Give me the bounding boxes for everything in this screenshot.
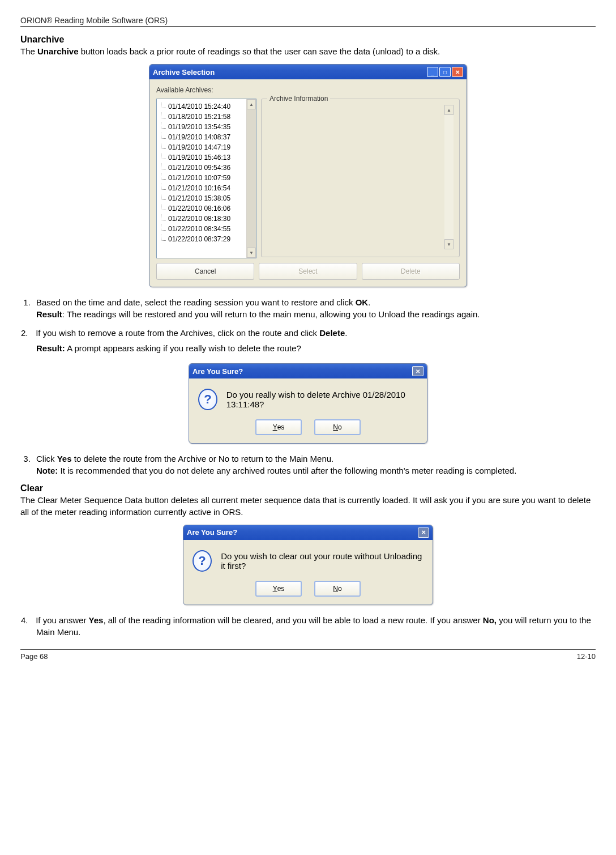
clear-dialog-message: Do you wish to clear out your route with… — [221, 551, 424, 571]
scroll-thumb[interactable] — [247, 109, 256, 248]
step3-bold: Yes — [57, 454, 72, 463]
header-left: ORION® Reading Mobile Software (ORS) — [20, 16, 168, 25]
step2-bold: Delete — [319, 328, 345, 338]
clear-dialog-title: Are You Sure? — [187, 528, 237, 537]
step4-number: 4. — [21, 614, 33, 626]
archive-listbox[interactable]: 01/14/2010 15:24:4001/18/2010 15:21:5801… — [156, 99, 256, 258]
no-button[interactable]: No — [314, 419, 361, 435]
archive-titlebar: Archive Selection _ □ ✕ — [149, 65, 467, 79]
clear-intro: The Clear Meter Sequence Data button del… — [20, 495, 596, 518]
step1-result-label: Result — [36, 309, 62, 319]
step-3: Click Yes to delete the route from the A… — [33, 453, 596, 477]
intro-post: button loads back a prior route of readi… — [79, 46, 440, 56]
unarchive-intro: The Unarchive button loads back a prior … — [20, 46, 596, 57]
step2-pre: If you wish to remove a route from the A… — [36, 328, 319, 338]
clear-confirm-dialog: Are You Sure? ✕ ? Do you wish to clear o… — [183, 525, 433, 605]
archive-list-item[interactable]: 01/19/2010 14:47:19 — [159, 142, 244, 152]
archive-list-item[interactable]: 01/21/2010 09:54:36 — [159, 163, 244, 173]
step2-result-label: Result: — [36, 343, 65, 353]
yes-u: Y — [273, 423, 277, 431]
no-u: N — [333, 585, 338, 593]
question-icon: ? — [198, 389, 217, 410]
archive-list-item[interactable]: 01/19/2010 15:46:13 — [159, 152, 244, 163]
scroll-up-icon[interactable]: ▲ — [444, 105, 454, 115]
minimize-icon[interactable]: _ — [427, 67, 438, 77]
info-scrollbar[interactable]: ▲ ▼ — [444, 105, 454, 249]
step1-result-text: : The readings will be restored and you … — [62, 309, 480, 319]
clear-heading: Clear — [20, 483, 596, 494]
archive-list-item[interactable]: 01/18/2010 15:21:58 — [159, 112, 244, 122]
header-rule — [20, 26, 596, 27]
close-icon[interactable]: ✕ — [452, 67, 463, 77]
step-1: Based on the time and date, select the r… — [33, 296, 596, 320]
delete-dialog-message: Do you really wish to delete Archive 01/… — [226, 390, 418, 409]
step4-pre: If you answer — [36, 615, 88, 625]
close-icon[interactable]: ✕ — [412, 366, 424, 376]
yes-button[interactable]: Yes — [255, 581, 302, 597]
step4-bold2: No, — [483, 615, 497, 625]
step-4: 4. If you answer Yes, all of the reading… — [36, 614, 596, 638]
no-rest: o — [338, 423, 342, 431]
step1-pre: Based on the time and date, select the r… — [36, 297, 356, 307]
archive-list-item[interactable]: 01/19/2010 14:08:37 — [159, 132, 244, 142]
delete-dialog-title: Are You Sure? — [192, 367, 243, 376]
archive-info-label: Archive Information — [267, 95, 330, 103]
scroll-down-icon[interactable]: ▼ — [247, 248, 256, 258]
archive-list-item[interactable]: 01/21/2010 15:38:05 — [159, 193, 244, 203]
close-icon[interactable]: ✕ — [418, 528, 429, 538]
step3-post: to delete the route from the Archive or … — [72, 454, 334, 463]
step4-mid: , all of the reading information will be… — [103, 615, 482, 625]
footer-left: Page 68 — [20, 652, 48, 661]
scroll-up-icon[interactable]: ▲ — [247, 99, 256, 109]
intro-pre: The — [20, 46, 37, 56]
delete-dialog-titlebar: Are You Sure? ✕ — [189, 364, 427, 378]
delete-confirm-dialog: Are You Sure? ✕ ? Do you really wish to … — [189, 363, 427, 444]
archive-list-item[interactable]: 01/22/2010 08:37:29 — [159, 234, 244, 244]
question-icon: ? — [192, 550, 212, 572]
yes-button[interactable]: Yes — [255, 419, 302, 435]
yes-rest: es — [277, 423, 285, 431]
archive-list-item[interactable]: 01/21/2010 10:07:59 — [159, 173, 244, 183]
step2-number: 2. — [21, 327, 33, 339]
intro-bold: Unarchive — [37, 46, 79, 56]
no-rest: o — [338, 585, 342, 593]
archive-list-item[interactable]: 01/19/2010 13:54:35 — [159, 122, 244, 132]
scroll-down-icon[interactable]: ▼ — [444, 239, 454, 249]
archive-list-item[interactable]: 01/22/2010 08:18:30 — [159, 214, 244, 224]
archive-list-item[interactable]: 01/14/2010 15:24:40 — [159, 101, 244, 112]
step2-result: Result: A prompt appears asking if you r… — [36, 342, 596, 354]
step-2: 2. If you wish to remove a route from th… — [36, 327, 596, 339]
step1-post: . — [368, 297, 370, 307]
archive-list-item[interactable]: 01/21/2010 10:16:54 — [159, 183, 244, 193]
footer-right: 12-10 — [577, 652, 596, 661]
no-button[interactable]: No — [314, 581, 361, 597]
clear-dialog-titlebar: Are You Sure? ✕ — [183, 525, 433, 540]
archive-window-title: Archive Selection — [153, 68, 215, 76]
archive-list-item[interactable]: 01/22/2010 08:16:06 — [159, 203, 244, 214]
yes-u: Y — [273, 585, 277, 593]
available-archives-label: Available Archives: — [156, 86, 460, 94]
cancel-button[interactable]: Cancel — [156, 263, 254, 280]
step3-note-label: Note: — [36, 466, 58, 475]
scrollbar[interactable]: ▲ ▼ — [246, 99, 256, 258]
yes-rest: es — [277, 585, 285, 593]
maximize-icon[interactable]: □ — [439, 67, 451, 77]
step1-bold: OK — [356, 297, 369, 307]
no-u: N — [333, 423, 338, 431]
archive-selection-window: Archive Selection _ □ ✕ Available Archiv… — [149, 64, 467, 287]
archive-list-item[interactable]: 01/22/2010 08:34:55 — [159, 224, 244, 234]
step3-note-text: It is recommended that you do not delete… — [58, 466, 516, 475]
step3-pre: Click — [36, 454, 57, 463]
step2-result-text: A prompt appears asking if you really wi… — [65, 343, 301, 353]
select-button[interactable]: Select — [259, 263, 357, 280]
step4-bold1: Yes — [89, 615, 104, 625]
step2-post: . — [345, 328, 347, 338]
archive-info-group: Archive Information ▲ ▼ — [261, 99, 460, 257]
unarchive-heading: Unarchive — [20, 35, 596, 45]
delete-button[interactable]: Delete — [362, 263, 460, 280]
